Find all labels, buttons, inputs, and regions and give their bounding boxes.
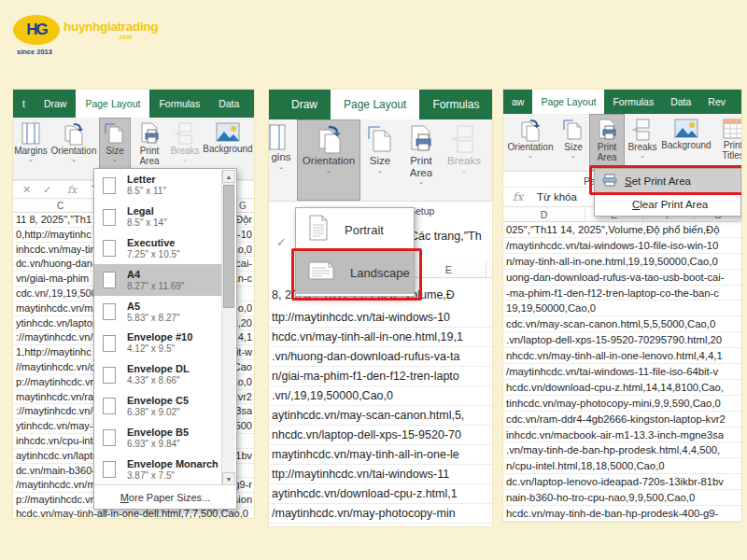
paper-size-option[interactable]: Envelope C5 6.38" x 9.02" bbox=[94, 391, 221, 423]
paper-size-name: Envelope C5 bbox=[127, 395, 189, 407]
portrait-icon bbox=[307, 214, 330, 245]
tab-page-layout[interactable]: Page Layout bbox=[76, 90, 149, 118]
check-icon[interactable]: ✓ bbox=[43, 184, 51, 196]
formula-value[interactable]: Từ khóa bbox=[537, 191, 577, 203]
row-text: ttp://maytinhcdc.vn/tai-windows-11 bbox=[272, 465, 449, 484]
spreadsheet-rows: 025","Th11 14, 2025",Volume,Độ phổ biến,… bbox=[503, 222, 741, 522]
formula-fx-icon[interactable]: fx bbox=[67, 184, 77, 196]
orientation-button[interactable]: Orientation ⌄ bbox=[49, 118, 99, 179]
tab-page-layout[interactable]: Page Layout bbox=[532, 90, 604, 114]
row-text: hcdc.vn/download-cpu-z.html,14,14,8100,C… bbox=[506, 380, 724, 396]
column-header[interactable]: D bbox=[503, 207, 585, 222]
size-label: Size bbox=[106, 146, 123, 156]
row-left-fragment: dc.vn/huong-dan- bbox=[16, 257, 96, 272]
row-left-fragment: /maytinhcdc.vn/m bbox=[16, 478, 96, 493]
row-text: .vn/may-tinh-de-ban-hp-prodesk.html,4,4,… bbox=[506, 442, 720, 458]
breaks-label: Breaks bbox=[627, 142, 656, 152]
chevron-down-icon: ⌄ bbox=[418, 179, 424, 185]
scroll-down-icon[interactable]: ▼ bbox=[222, 472, 235, 485]
paper-size-dimensions: 6.93" x 9.84" bbox=[127, 439, 189, 450]
paper-size-option[interactable]: Legal 8.5" x 14" bbox=[94, 202, 221, 233]
table-row: 025","Th11 14, 2025",Volume,Độ phổ biến,… bbox=[503, 222, 741, 238]
row-left-fragment: p://maytinhcdc.vn bbox=[16, 375, 96, 390]
paper-size-option[interactable]: Envelope #10 4.12" x 9.5" bbox=[94, 328, 221, 359]
tab-insert-partial[interactable]: t bbox=[13, 90, 35, 118]
tab-formulas[interactable]: Formulas bbox=[149, 90, 209, 118]
column-header-c[interactable]: C bbox=[22, 199, 99, 212]
cancel-icon[interactable]: ✕ bbox=[22, 184, 31, 196]
paper-size-dimensions: 8.5" x 14" bbox=[127, 217, 167, 229]
row-left-fragment: cdc.vn/,19,19,5000 bbox=[16, 287, 103, 301]
more-paper-sizes-item[interactable]: More Paper Sizes... bbox=[94, 484, 236, 509]
orientation-button[interactable]: Orientation ⌄ bbox=[297, 119, 360, 201]
table-row: nhcdc.vn/laptop-dell-xps-15-9520-70 bbox=[269, 426, 492, 445]
print-area-button[interactable]: Print Area ⌄ bbox=[589, 114, 625, 171]
formula-fx-icon[interactable]: fx bbox=[513, 190, 523, 203]
paper-size-dimensions: 8.5" x 11" bbox=[127, 186, 166, 197]
tab-data[interactable]: Data bbox=[209, 90, 248, 118]
row-text: ttp://maytinhcdc.vn/tai-windows-10 bbox=[272, 308, 450, 328]
row-left-fragment: ytinhcdc.vn/may-t bbox=[16, 419, 96, 434]
tab-draw-partial[interactable]: aw bbox=[503, 90, 532, 114]
paper-icon bbox=[103, 367, 116, 384]
print-area-button[interactable]: Print Area ⌄ bbox=[400, 119, 443, 201]
paper-size-name: Legal bbox=[127, 205, 167, 217]
tab-data[interactable]: Data bbox=[662, 90, 699, 114]
scrollbar-thumb[interactable] bbox=[223, 185, 234, 308]
paper-size-option[interactable]: A5 5.83" x 8.27" bbox=[94, 296, 221, 328]
row-text: n/cpu-intel.html,18,18,5000,Cao,0 bbox=[506, 458, 665, 474]
portrait-option[interactable]: Portrait bbox=[296, 208, 414, 251]
chevron-down-icon: ⌄ bbox=[28, 157, 34, 162]
size-button[interactable]: Size ⌄ bbox=[360, 119, 400, 201]
orientation-button[interactable]: Orientation ⌄ bbox=[503, 114, 557, 171]
row-left-fragment: ytinhcdc.vn/laptop bbox=[16, 316, 98, 331]
paper-size-name: Envelope DL bbox=[127, 363, 190, 375]
breaks-button[interactable]: Breaks ⌄ bbox=[443, 119, 486, 201]
breaks-button[interactable]: Breaks ⌄ bbox=[625, 114, 660, 171]
tab-page-layout[interactable]: Page Layout bbox=[331, 90, 419, 119]
spreadsheet-rows: ttp://maytinhcdc.vn/tai-windows-10 hcdc.… bbox=[269, 308, 492, 524]
table-row: .vn/may-tinh-de-ban-hp-prodesk.html,4,4,… bbox=[503, 442, 741, 458]
background-button[interactable]: Background bbox=[660, 114, 712, 171]
breaks-icon bbox=[450, 123, 478, 155]
tab-formulas[interactable]: Formulas bbox=[419, 90, 492, 119]
row-text: 19,19,50000,Cao,0 bbox=[506, 301, 596, 316]
paper-icon bbox=[103, 240, 116, 257]
dropdown-scrollbar[interactable]: ▲ ▼ bbox=[221, 170, 235, 485]
paper-size-option[interactable]: Envelope DL 4.33" x 8.66" bbox=[94, 359, 221, 391]
excel-screenshot-print-area-menu: aw Page Layout Formulas Data Rev Orienta… bbox=[502, 89, 742, 523]
tab-review-partial[interactable]: Rev bbox=[699, 90, 734, 114]
paper-size-list: Letter 8.5" x 11" Legal 8.5" x 14" E bbox=[94, 170, 221, 485]
portrait-label: Portrait bbox=[345, 223, 384, 237]
logo-brand: huynhgiatrading bbox=[63, 20, 158, 34]
table-row: ttp://maytinhcdc.vn/tai-windows-11 bbox=[269, 465, 492, 484]
tab-draw[interactable]: Draw bbox=[278, 90, 331, 119]
tab-formulas[interactable]: Formulas bbox=[604, 90, 662, 114]
site-logo: HG huynhgiatrading .com since 2013 bbox=[13, 11, 162, 60]
tab-draw[interactable]: Draw bbox=[35, 90, 77, 118]
paper-size-option[interactable]: A4 8.27" x 11.69" bbox=[94, 264, 221, 296]
tab-review-partial[interactable]: Rev bbox=[248, 90, 254, 118]
print-titles-button[interactable]: Print Titles bbox=[712, 114, 741, 171]
clear-print-area-option[interactable]: Clear Print Area bbox=[595, 192, 740, 216]
paper-size-name: Executive bbox=[127, 237, 180, 249]
print-area-label: Print Area bbox=[589, 142, 625, 162]
column-header-e[interactable]: E bbox=[412, 261, 486, 277]
paper-size-option[interactable]: Envelope Monarch 3.87" x 7.5" bbox=[94, 454, 221, 485]
background-icon bbox=[216, 121, 240, 144]
margins-button[interactable]: Margins ⌄ bbox=[13, 118, 49, 179]
row-text: .vn/,19,19,50000,Cao,0 bbox=[272, 386, 393, 406]
scroll-up-icon[interactable]: ▲ bbox=[222, 170, 235, 183]
paper-size-name: Envelope B5 bbox=[127, 427, 189, 439]
paper-size-option[interactable]: Letter 8.5" x 11" bbox=[94, 170, 221, 202]
margins-button-partial[interactable]: gins ⌄ bbox=[269, 119, 293, 201]
ribbon-tabbar: aw Page Layout Formulas Data Rev bbox=[503, 90, 741, 114]
check-icon[interactable]: ✓ bbox=[276, 235, 287, 249]
table-row: hcdc.vn/download-cpu-z.html,14,14,8100,C… bbox=[503, 380, 741, 396]
paper-size-option[interactable]: Envelope B5 6.93" x 9.84" bbox=[94, 422, 221, 454]
orientation-label: Orientation bbox=[303, 155, 355, 167]
paper-size-name: Envelope #10 bbox=[127, 331, 192, 343]
paper-size-name: A5 bbox=[127, 301, 180, 313]
paper-size-option[interactable]: Executive 7.25" x 10.5" bbox=[94, 233, 221, 265]
size-button[interactable]: Size ⌄ bbox=[557, 114, 589, 171]
